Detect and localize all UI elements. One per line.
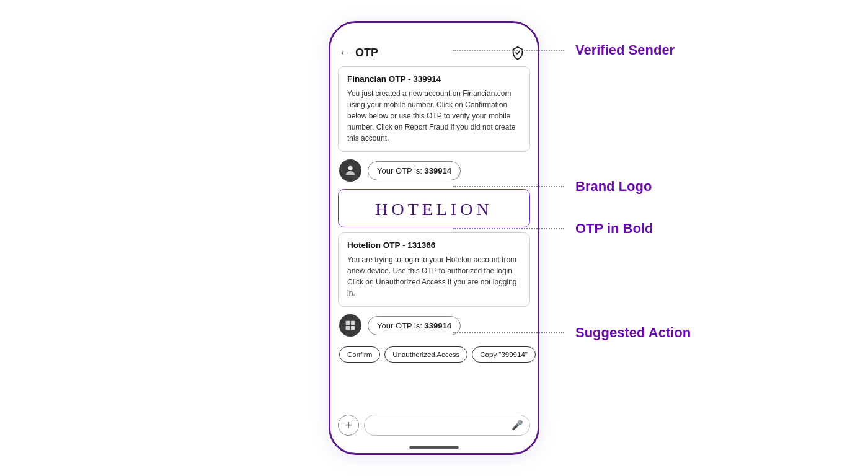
suggested-action-label: Suggested Action bbox=[575, 325, 691, 341]
financian-avatar bbox=[339, 159, 361, 182]
phone-bottom-bar: + 🎤 bbox=[330, 410, 538, 442]
confirm-button[interactable]: Confirm bbox=[339, 346, 380, 363]
mic-icon: 🎤 bbox=[512, 420, 523, 431]
svg-rect-3 bbox=[346, 326, 350, 330]
unauthorized-access-button[interactable]: Unauthorized Access bbox=[384, 346, 467, 363]
brand-logo-text: HOTELION bbox=[375, 200, 493, 219]
financian-message-title: Financian OTP - 339914 bbox=[347, 74, 521, 84]
svg-rect-1 bbox=[346, 321, 350, 325]
back-arrow-icon[interactable]: ← bbox=[339, 46, 350, 60]
otp-bold-label: OTP in Bold bbox=[575, 221, 653, 237]
status-bar bbox=[330, 23, 538, 40]
plus-button[interactable]: + bbox=[338, 415, 359, 436]
hotelion-message-body: You are trying to login to your Hotelon … bbox=[347, 254, 521, 299]
home-bar bbox=[409, 446, 459, 449]
otp-screen-title: OTP bbox=[355, 46, 378, 60]
shield-icon[interactable] bbox=[509, 44, 526, 61]
svg-rect-4 bbox=[351, 326, 355, 330]
brand-logo-label: Brand Logo bbox=[575, 178, 652, 195]
otp-pill-1: Your OTP is: 339914 bbox=[368, 161, 461, 180]
home-indicator bbox=[330, 442, 538, 453]
search-bar[interactable]: 🎤 bbox=[364, 415, 530, 436]
hotelion-message-title: Hotelion OTP - 131366 bbox=[347, 240, 521, 250]
hotelion-message-card: Hotelion OTP - 131366 You are trying to … bbox=[338, 232, 530, 307]
financian-message-body: You just created a new account on Financ… bbox=[347, 88, 521, 144]
otp-header: ← OTP bbox=[330, 40, 538, 66]
otp-code-1: 339914 bbox=[425, 166, 451, 175]
svg-rect-2 bbox=[351, 321, 355, 325]
brand-logo-card: HOTELION bbox=[338, 189, 530, 227]
financian-message-card: Financian OTP - 339914 You just created … bbox=[338, 66, 530, 152]
hotelion-avatar bbox=[339, 314, 361, 337]
otp-pill-2: Your OTP is: 339914 bbox=[368, 316, 461, 335]
phone-content: Financian OTP - 339914 You just created … bbox=[330, 66, 538, 410]
scene: ← OTP Financian OTP - 339914 You just cr… bbox=[0, 0, 868, 476]
copy-button[interactable]: Copy "399914" bbox=[472, 346, 536, 363]
phone-mockup: ← OTP Financian OTP - 339914 You just cr… bbox=[329, 21, 539, 455]
header-left: ← OTP bbox=[339, 46, 378, 60]
otp-code-2: 339914 bbox=[425, 321, 451, 330]
verified-sender-label: Verified Sender bbox=[575, 42, 675, 58]
otp-row-2: Your OTP is: 339914 bbox=[338, 312, 530, 339]
action-buttons: Confirm Unauthorized Access Copy "399914… bbox=[338, 344, 530, 365]
otp-row-1: Your OTP is: 339914 bbox=[338, 157, 530, 184]
svg-point-0 bbox=[348, 166, 352, 170]
